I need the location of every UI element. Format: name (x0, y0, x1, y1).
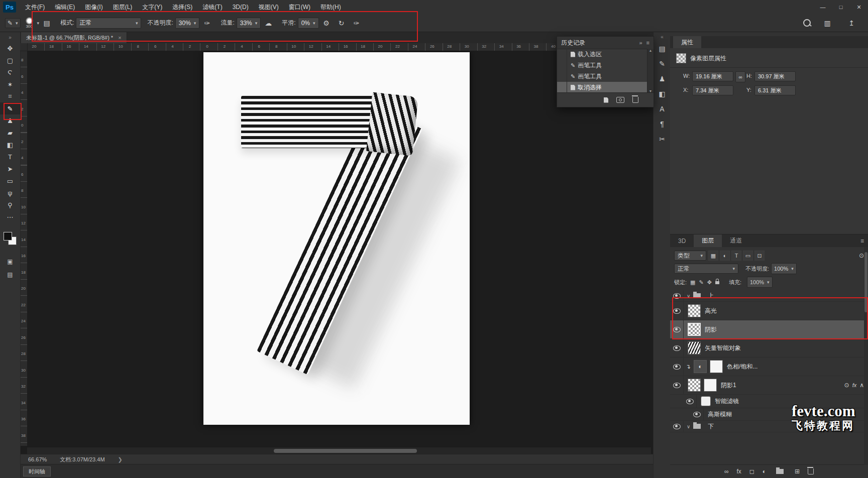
layer-row[interactable]: 阴影 (670, 320, 868, 339)
brush-preset-picker[interactable]: 300 (26, 17, 33, 29)
opacity-select[interactable]: 30% ▾ (175, 18, 200, 29)
new-layer-icon[interactable]: ⊞ (795, 468, 800, 475)
panel-menu-icon[interactable]: ≡ (646, 40, 649, 46)
layer-blend-mode-select[interactable]: 正常 ▾ (674, 264, 738, 274)
history-item[interactable]: 载入选区 (557, 49, 647, 60)
lock-transparent-icon[interactable]: ▦ (690, 279, 695, 286)
layer-fill-select[interactable]: 100% ▾ (747, 277, 773, 288)
history-source-checkbox[interactable] (557, 49, 567, 60)
visibility-toggle[interactable] (670, 290, 684, 301)
visibility-toggle[interactable] (670, 357, 684, 376)
menu-item[interactable]: 帮助(H) (315, 0, 346, 14)
gear-icon[interactable]: ⚙ (320, 17, 333, 29)
lasso-tool[interactable]: Ϛ (0, 66, 20, 78)
brushes-panel-icon[interactable]: ✎ (654, 56, 671, 71)
brush-angle-icon[interactable]: ↻ (335, 17, 348, 29)
layer-row[interactable]: ∨上 (670, 290, 868, 302)
share-icon[interactable]: ↥ (845, 17, 858, 29)
airbrush-icon[interactable]: ☁ (262, 17, 275, 29)
horizontal-scrollbar[interactable] (27, 447, 651, 454)
menu-item[interactable]: 窗口(W) (284, 0, 315, 14)
hand-tool[interactable]: ψ (0, 187, 20, 199)
delete-layer-icon[interactable] (808, 468, 814, 474)
quick-mask-button[interactable]: ▣ (0, 256, 20, 267)
layer-row[interactable]: ↴◐色相/饱和... (670, 357, 868, 376)
foreground-color-swatch[interactable] (4, 232, 12, 241)
filter-shape-layers-icon[interactable]: ▭ (743, 251, 753, 261)
layer-row[interactable]: 矢量智能对象 (670, 339, 868, 357)
lock-position-icon[interactable]: ✥ (707, 279, 712, 286)
color-panel-icon[interactable]: ◧ (654, 86, 671, 101)
menu-item[interactable]: 文件(F) (20, 0, 50, 14)
menu-item[interactable]: 3D(D) (228, 0, 254, 14)
gradient-tool[interactable]: ◧ (0, 139, 20, 151)
character-panel-icon[interactable]: A (654, 101, 671, 116)
layer-opacity-select[interactable]: 100% ▾ (771, 263, 797, 274)
menu-item[interactable]: 滤镜(T) (197, 0, 227, 14)
close-tab-icon[interactable]: × (118, 35, 121, 41)
layer-row[interactable]: 阴影1⊙fx∧ (670, 376, 868, 395)
toolbar-collapse-icon[interactable]: » (0, 32, 20, 42)
maximize-button[interactable]: □ (832, 0, 850, 14)
minimize-button[interactable]: — (814, 0, 832, 14)
expand-caret-icon[interactable]: ∨ (687, 424, 690, 429)
paragraph-panel-icon[interactable]: ¶ (654, 116, 671, 132)
new-group-icon[interactable] (774, 469, 787, 474)
notes-panel-icon[interactable]: ✂ (654, 132, 671, 147)
menu-item[interactable]: 编辑(E) (50, 0, 80, 14)
visibility-toggle[interactable] (670, 421, 684, 432)
filter-smart-objects-icon[interactable]: ⊡ (754, 251, 765, 261)
menu-item[interactable]: 视图(V) (254, 0, 284, 14)
ruler-origin-corner[interactable] (20, 43, 28, 51)
tool-preset-picker[interactable]: ✎ ▾ (5, 18, 21, 28)
expand-caret-icon[interactable]: ∨ (687, 293, 690, 299)
x-field[interactable]: 7.34 厘米 (692, 85, 733, 95)
visibility-toggle[interactable] (683, 395, 697, 408)
filter-type-layers-icon[interactable]: T (731, 251, 741, 261)
menu-item[interactable]: 图像(I) (80, 0, 107, 14)
menu-item[interactable]: 文字(Y) (137, 0, 167, 14)
history-source-checkbox[interactable] (557, 71, 567, 82)
blend-mode-select[interactable]: 正常 ▾ (76, 18, 141, 29)
visibility-toggle[interactable] (690, 408, 704, 420)
visibility-toggle[interactable] (670, 376, 684, 394)
new-adjustment-icon[interactable]: ◐ (763, 468, 766, 475)
filter-pixel-layers-icon[interactable]: ▦ (708, 251, 718, 261)
history-item[interactable]: ✎画笔工具 (557, 71, 647, 82)
more-tools[interactable]: ⋯ (0, 211, 20, 223)
workspace-switcher-icon[interactable]: ▥ (821, 17, 834, 29)
layer-row[interactable]: 高光 (670, 302, 868, 320)
lock-pixels-icon[interactable]: ✎ (699, 279, 703, 286)
timeline-button[interactable]: 时间轴 (23, 466, 51, 476)
clone-stamp-tool[interactable]: ♟ (0, 114, 20, 127)
layers-scrollbar[interactable] (864, 247, 868, 465)
type-tool[interactable]: T (0, 151, 20, 163)
history-item[interactable]: ✎画笔工具 (557, 60, 647, 71)
rectangle-tool[interactable]: ▭ (0, 175, 20, 187)
visibility-toggle[interactable] (670, 320, 684, 338)
visibility-toggle[interactable] (670, 339, 684, 357)
new-snapshot-icon[interactable] (616, 97, 624, 103)
close-button[interactable]: ✕ (850, 0, 868, 14)
move-tool[interactable]: ✥ (0, 42, 20, 54)
new-document-from-state-icon[interactable] (604, 97, 608, 103)
history-scrollbar[interactable]: ▲ ▼ (647, 49, 654, 93)
layer-row[interactable]: ∨下 (670, 421, 868, 432)
status-chevron-icon[interactable]: ❯ (118, 456, 123, 463)
add-mask-icon[interactable]: ◻ (749, 468, 754, 475)
delete-state-icon[interactable] (632, 97, 638, 103)
brush-settings-panel-icon[interactable]: ▤ (654, 41, 671, 56)
zoom-level[interactable]: 66.67% (28, 456, 47, 462)
history-source-checkbox[interactable] (557, 82, 567, 93)
clone-source-panel-icon[interactable]: ♟ (654, 71, 671, 86)
smoothing-select[interactable]: 0% ▾ (298, 18, 319, 29)
path-selection-tool[interactable]: ➤ (0, 163, 20, 175)
menu-item[interactable]: 图层(L) (108, 0, 138, 14)
layers-scrollbar-thumb[interactable] (864, 252, 867, 312)
y-field[interactable]: 6.31 厘米 (754, 85, 796, 95)
brush-tool[interactable]: ✎ (0, 102, 20, 114)
link-layers-icon[interactable]: ∞ (724, 468, 729, 475)
color-swatches[interactable] (4, 232, 17, 245)
crop-tool[interactable]: ⌗ (0, 90, 20, 102)
history-source-checkbox[interactable] (557, 60, 567, 71)
